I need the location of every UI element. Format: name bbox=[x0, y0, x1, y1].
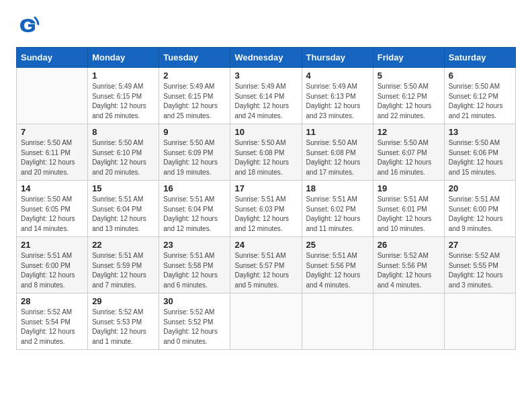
calendar-cell: 6Sunrise: 5:50 AM Sunset: 6:12 PM Daylig… bbox=[444, 68, 515, 124]
day-info: Sunrise: 5:52 AM Sunset: 5:55 PM Dayligh… bbox=[449, 251, 511, 290]
weekday-header-saturday: Saturday bbox=[444, 48, 515, 68]
day-info: Sunrise: 5:50 AM Sunset: 6:11 PM Dayligh… bbox=[21, 138, 83, 177]
day-info: Sunrise: 5:50 AM Sunset: 6:10 PM Dayligh… bbox=[92, 138, 154, 177]
day-info: Sunrise: 5:50 AM Sunset: 6:06 PM Dayligh… bbox=[449, 138, 511, 177]
calendar-cell: 20Sunrise: 5:51 AM Sunset: 6:00 PM Dayli… bbox=[444, 181, 515, 237]
calendar-cell: 15Sunrise: 5:51 AM Sunset: 6:04 PM Dayli… bbox=[88, 181, 159, 237]
day-number: 21 bbox=[21, 240, 83, 250]
calendar-cell: 8Sunrise: 5:50 AM Sunset: 6:10 PM Daylig… bbox=[88, 124, 159, 181]
day-number: 27 bbox=[449, 240, 511, 250]
day-info: Sunrise: 5:50 AM Sunset: 6:08 PM Dayligh… bbox=[306, 138, 369, 177]
calendar-cell: 12Sunrise: 5:50 AM Sunset: 6:07 PM Dayli… bbox=[373, 124, 444, 181]
day-info: Sunrise: 5:51 AM Sunset: 6:00 PM Dayligh… bbox=[21, 251, 83, 290]
day-info: Sunrise: 5:50 AM Sunset: 6:08 PM Dayligh… bbox=[234, 138, 297, 177]
day-info: Sunrise: 5:51 AM Sunset: 6:03 PM Dayligh… bbox=[234, 195, 297, 234]
day-number: 9 bbox=[163, 127, 226, 137]
calendar-cell: 28Sunrise: 5:52 AM Sunset: 5:54 PM Dayli… bbox=[17, 293, 88, 350]
weekday-header-sunday: Sunday bbox=[17, 48, 88, 68]
calendar-cell: 5Sunrise: 5:50 AM Sunset: 6:12 PM Daylig… bbox=[373, 68, 444, 124]
day-info: Sunrise: 5:49 AM Sunset: 6:15 PM Dayligh… bbox=[92, 82, 154, 121]
day-number: 23 bbox=[163, 240, 226, 250]
week-row-1: 1Sunrise: 5:49 AM Sunset: 6:15 PM Daylig… bbox=[17, 68, 516, 124]
day-number: 30 bbox=[163, 296, 226, 306]
day-info: Sunrise: 5:52 AM Sunset: 5:52 PM Dayligh… bbox=[163, 308, 226, 347]
weekday-header-tuesday: Tuesday bbox=[159, 48, 230, 68]
day-number: 26 bbox=[378, 240, 440, 250]
week-row-2: 7Sunrise: 5:50 AM Sunset: 6:11 PM Daylig… bbox=[17, 124, 516, 181]
day-number: 11 bbox=[306, 127, 369, 137]
calendar-cell: 19Sunrise: 5:51 AM Sunset: 6:01 PM Dayli… bbox=[373, 181, 444, 237]
day-number: 15 bbox=[92, 183, 154, 193]
day-number: 2 bbox=[163, 71, 226, 81]
week-row-4: 21Sunrise: 5:51 AM Sunset: 6:00 PM Dayli… bbox=[17, 237, 516, 293]
day-number: 14 bbox=[21, 183, 83, 193]
day-number: 19 bbox=[378, 183, 440, 193]
day-number: 5 bbox=[378, 71, 440, 81]
day-info: Sunrise: 5:51 AM Sunset: 6:01 PM Dayligh… bbox=[378, 195, 440, 234]
calendar-cell bbox=[230, 293, 302, 350]
day-number: 16 bbox=[163, 183, 226, 193]
calendar-cell: 13Sunrise: 5:50 AM Sunset: 6:06 PM Dayli… bbox=[444, 124, 515, 181]
day-number: 6 bbox=[449, 71, 511, 81]
weekday-header-monday: Monday bbox=[88, 48, 159, 68]
weekday-header-thursday: Thursday bbox=[302, 48, 373, 68]
logo bbox=[16, 13, 44, 38]
day-info: Sunrise: 5:51 AM Sunset: 5:58 PM Dayligh… bbox=[163, 251, 226, 290]
calendar-cell bbox=[373, 293, 444, 350]
calendar-table: SundayMondayTuesdayWednesdayThursdayFrid… bbox=[16, 47, 516, 350]
calendar-cell bbox=[444, 293, 515, 350]
day-info: Sunrise: 5:49 AM Sunset: 6:13 PM Dayligh… bbox=[306, 82, 369, 121]
day-info: Sunrise: 5:50 AM Sunset: 6:09 PM Dayligh… bbox=[163, 138, 226, 177]
day-info: Sunrise: 5:51 AM Sunset: 5:56 PM Dayligh… bbox=[306, 251, 369, 290]
day-info: Sunrise: 5:50 AM Sunset: 6:05 PM Dayligh… bbox=[21, 195, 83, 234]
calendar-cell: 1Sunrise: 5:49 AM Sunset: 6:15 PM Daylig… bbox=[88, 68, 159, 124]
day-number: 7 bbox=[21, 127, 83, 137]
day-number: 22 bbox=[92, 240, 154, 250]
day-number: 24 bbox=[234, 240, 297, 250]
day-info: Sunrise: 5:52 AM Sunset: 5:56 PM Dayligh… bbox=[378, 251, 440, 290]
weekday-header-row: SundayMondayTuesdayWednesdayThursdayFrid… bbox=[17, 48, 516, 68]
calendar-cell: 9Sunrise: 5:50 AM Sunset: 6:09 PM Daylig… bbox=[159, 124, 230, 181]
weekday-header-wednesday: Wednesday bbox=[230, 48, 302, 68]
calendar-cell: 26Sunrise: 5:52 AM Sunset: 5:56 PM Dayli… bbox=[373, 237, 444, 293]
day-info: Sunrise: 5:52 AM Sunset: 5:53 PM Dayligh… bbox=[92, 308, 154, 347]
calendar-cell: 30Sunrise: 5:52 AM Sunset: 5:52 PM Dayli… bbox=[159, 293, 230, 350]
calendar-cell: 23Sunrise: 5:51 AM Sunset: 5:58 PM Dayli… bbox=[159, 237, 230, 293]
logo-icon bbox=[16, 13, 40, 38]
calendar-cell: 11Sunrise: 5:50 AM Sunset: 6:08 PM Dayli… bbox=[302, 124, 373, 181]
day-info: Sunrise: 5:51 AM Sunset: 6:02 PM Dayligh… bbox=[306, 195, 369, 234]
day-number: 13 bbox=[449, 127, 511, 137]
day-number: 3 bbox=[234, 71, 297, 81]
week-row-5: 28Sunrise: 5:52 AM Sunset: 5:54 PM Dayli… bbox=[17, 293, 516, 350]
calendar-cell: 3Sunrise: 5:49 AM Sunset: 6:14 PM Daylig… bbox=[230, 68, 302, 124]
day-info: Sunrise: 5:50 AM Sunset: 6:12 PM Dayligh… bbox=[378, 82, 440, 121]
day-info: Sunrise: 5:51 AM Sunset: 5:59 PM Dayligh… bbox=[92, 251, 154, 290]
day-info: Sunrise: 5:51 AM Sunset: 6:00 PM Dayligh… bbox=[449, 195, 511, 234]
header bbox=[16, 13, 516, 38]
day-number: 12 bbox=[378, 127, 440, 137]
day-number: 8 bbox=[92, 127, 154, 137]
day-number: 29 bbox=[92, 296, 154, 306]
day-info: Sunrise: 5:51 AM Sunset: 6:04 PM Dayligh… bbox=[163, 195, 226, 234]
day-number: 10 bbox=[234, 127, 297, 137]
day-number: 1 bbox=[92, 71, 154, 81]
day-number: 25 bbox=[306, 240, 369, 250]
calendar-cell: 21Sunrise: 5:51 AM Sunset: 6:00 PM Dayli… bbox=[17, 237, 88, 293]
calendar-cell bbox=[302, 293, 373, 350]
calendar-cell: 29Sunrise: 5:52 AM Sunset: 5:53 PM Dayli… bbox=[88, 293, 159, 350]
day-number: 17 bbox=[234, 183, 297, 193]
day-info: Sunrise: 5:52 AM Sunset: 5:54 PM Dayligh… bbox=[21, 308, 83, 347]
calendar-cell: 22Sunrise: 5:51 AM Sunset: 5:59 PM Dayli… bbox=[88, 237, 159, 293]
calendar-cell: 10Sunrise: 5:50 AM Sunset: 6:08 PM Dayli… bbox=[230, 124, 302, 181]
day-number: 28 bbox=[21, 296, 83, 306]
day-info: Sunrise: 5:49 AM Sunset: 6:14 PM Dayligh… bbox=[234, 82, 297, 121]
calendar-cell: 27Sunrise: 5:52 AM Sunset: 5:55 PM Dayli… bbox=[444, 237, 515, 293]
day-info: Sunrise: 5:51 AM Sunset: 5:57 PM Dayligh… bbox=[234, 251, 297, 290]
calendar-cell: 25Sunrise: 5:51 AM Sunset: 5:56 PM Dayli… bbox=[302, 237, 373, 293]
day-info: Sunrise: 5:50 AM Sunset: 6:07 PM Dayligh… bbox=[378, 138, 440, 177]
calendar-cell: 16Sunrise: 5:51 AM Sunset: 6:04 PM Dayli… bbox=[159, 181, 230, 237]
day-number: 20 bbox=[449, 183, 511, 193]
calendar-cell: 2Sunrise: 5:49 AM Sunset: 6:15 PM Daylig… bbox=[159, 68, 230, 124]
calendar-cell: 4Sunrise: 5:49 AM Sunset: 6:13 PM Daylig… bbox=[302, 68, 373, 124]
calendar-cell: 17Sunrise: 5:51 AM Sunset: 6:03 PM Dayli… bbox=[230, 181, 302, 237]
